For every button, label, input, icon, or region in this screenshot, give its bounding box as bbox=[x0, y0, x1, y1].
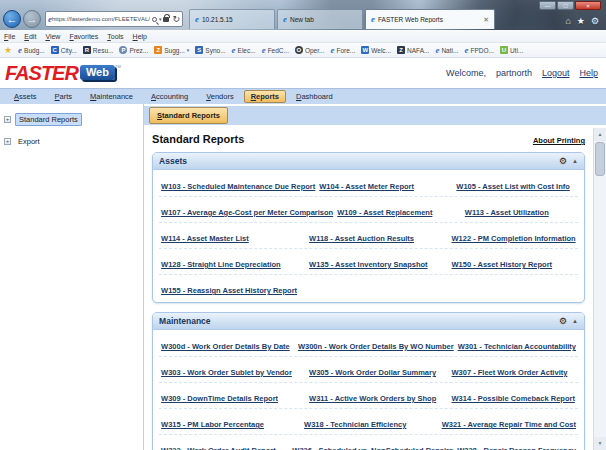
menu-item-edit[interactable]: Edit bbox=[24, 33, 36, 40]
report-link[interactable]: W326 - Scheduled vs. NonScheduled Repair… bbox=[292, 446, 453, 450]
favorite-item[interactable]: CCity... bbox=[51, 46, 77, 54]
about-printing-link[interactable]: About Printing bbox=[533, 136, 585, 145]
report-link[interactable]: W303 - Work Order Sublet by Vendor bbox=[161, 368, 292, 377]
report-link[interactable]: W322 - Work Order Audit Report bbox=[161, 446, 276, 450]
menu-item-favorites[interactable]: Favorites bbox=[69, 33, 98, 40]
report-link[interactable]: W107 - Average Age-Cost per Meter Compar… bbox=[161, 208, 333, 217]
nav-item-assets[interactable]: Assets bbox=[6, 90, 45, 103]
favorite-label: City... bbox=[61, 47, 77, 54]
report-link[interactable]: W122 - PM Completion Information bbox=[452, 234, 576, 243]
add-favorite-star-icon[interactable]: ★ bbox=[4, 45, 12, 55]
url-text[interactable]: https://fasterdemo.com/FLEETEVAL/Domains… bbox=[52, 16, 150, 22]
scroll-thumb[interactable] bbox=[595, 142, 605, 176]
back-button[interactable]: ← bbox=[3, 10, 21, 28]
report-link[interactable]: W135 - Asset Inventory Snapshot bbox=[309, 260, 428, 269]
search-icon[interactable] bbox=[152, 17, 157, 22]
report-link[interactable]: W104 - Asset Meter Report bbox=[319, 182, 414, 191]
report-link[interactable]: W305 - Work Order Dollar Summary bbox=[309, 368, 436, 377]
tree-expand-icon[interactable]: + bbox=[4, 116, 11, 123]
tab-standard-reports[interactable]: Standard Reports bbox=[149, 107, 228, 124]
report-link[interactable]: W309 - DownTime Details Report bbox=[161, 394, 278, 403]
favorite-item[interactable]: eFPDO... bbox=[464, 46, 493, 55]
report-link[interactable]: W114 - Asset Master List bbox=[161, 234, 249, 243]
favorite-item[interactable]: eFore... bbox=[330, 46, 355, 55]
browser-tab[interactable]: e10.21.5.15 bbox=[189, 9, 275, 29]
scroll-up-icon[interactable]: ▲ bbox=[594, 128, 606, 141]
report-link[interactable]: W103 - Scheduled Maintenance Due Report bbox=[161, 182, 315, 191]
url-dropdown-icon[interactable]: ▾ bbox=[159, 16, 162, 22]
report-link[interactable]: W311 - Active Work Orders by Shop bbox=[309, 394, 436, 403]
collapse-arrow-icon[interactable]: ▲ bbox=[572, 158, 578, 164]
nav-item-vendors[interactable]: Vendors bbox=[198, 90, 242, 103]
report-link[interactable]: W321 - Average Repair Time and Cost bbox=[442, 420, 576, 429]
report-link[interactable]: W105 - Asset List with Cost Info bbox=[456, 182, 569, 191]
favorite-item[interactable]: UUtl... bbox=[500, 46, 523, 54]
nav-item-parts[interactable]: Parts bbox=[47, 90, 81, 103]
menu-item-help[interactable]: Help bbox=[133, 33, 147, 40]
site-favicon: C bbox=[51, 46, 59, 54]
favorite-item[interactable]: eNati... bbox=[435, 46, 458, 55]
vertical-scrollbar[interactable]: ▲ ▼ bbox=[593, 128, 606, 450]
chevron-down-icon[interactable]: ▾ bbox=[187, 47, 190, 53]
nav-item-reports[interactable]: Reports bbox=[244, 90, 286, 103]
settings-gear-icon[interactable]: ⚙ bbox=[591, 16, 599, 26]
panel-gear-icon[interactable]: ⚙ bbox=[559, 316, 567, 326]
browser-tab[interactable]: eFASTER Web Reports✕ bbox=[365, 9, 495, 29]
nav-item-dashboard[interactable]: Dashboard bbox=[288, 90, 341, 103]
scroll-down-icon[interactable]: ▼ bbox=[594, 437, 606, 450]
tree-expand-icon[interactable]: + bbox=[4, 138, 11, 145]
report-link[interactable]: W128 - Straight Line Depreciation bbox=[161, 260, 281, 269]
favorite-label: Elec... bbox=[238, 47, 256, 54]
favorite-item[interactable]: ZSugg...▾ bbox=[154, 46, 189, 54]
report-link[interactable]: W150 - Asset History Report bbox=[452, 260, 553, 269]
address-bar[interactable]: e https://fasterdemo.com/FLEETEVAL/Domai… bbox=[45, 11, 183, 27]
favorite-item[interactable]: eFedC... bbox=[262, 46, 289, 55]
report-link[interactable]: W300d - Work Order Details By Date bbox=[161, 342, 290, 351]
menu-item-view[interactable]: View bbox=[45, 33, 60, 40]
report-link-cell: W326 - Scheduled vs. NonScheduled Repair… bbox=[290, 435, 455, 450]
refresh-icon[interactable]: ↻ bbox=[172, 14, 180, 24]
site-favicon: S bbox=[195, 46, 203, 54]
nav-item-maintenance[interactable]: Maintenance bbox=[82, 90, 141, 103]
minimize-button[interactable]: — bbox=[539, 1, 556, 10]
report-link[interactable]: W118 - Asset Auction Results bbox=[309, 234, 414, 243]
help-link[interactable]: Help bbox=[579, 68, 598, 78]
report-link[interactable]: W315 - PM Labor Percentage bbox=[161, 420, 264, 429]
favorite-item[interactable]: SSyno... bbox=[195, 46, 225, 54]
panel-gear-icon[interactable]: ⚙ bbox=[559, 156, 567, 166]
browser-tab[interactable]: eNew tab bbox=[277, 9, 363, 29]
report-link[interactable]: W318 - Technician Efficiency bbox=[304, 420, 406, 429]
menu-item-file[interactable]: File bbox=[4, 33, 15, 40]
favorite-item[interactable]: eBudg... bbox=[18, 46, 45, 55]
report-link-row: W128 - Straight Line DepreciationW135 - … bbox=[159, 249, 578, 275]
forward-button[interactable]: → bbox=[23, 10, 41, 28]
report-link[interactable]: W113 - Asset Utilization bbox=[465, 208, 549, 217]
maximize-button[interactable]: □ bbox=[557, 1, 574, 10]
favorite-item[interactable]: eElec... bbox=[232, 46, 256, 55]
report-link[interactable]: W301 - Technician Accountability bbox=[458, 342, 576, 351]
favorite-item[interactable]: WWelc... bbox=[361, 46, 391, 54]
favorite-item[interactable]: RResu... bbox=[83, 46, 114, 54]
report-link[interactable]: W109 - Asset Replacement bbox=[337, 208, 432, 217]
favorite-item[interactable]: OOper... bbox=[295, 46, 325, 54]
ie-page-icon: e bbox=[195, 15, 199, 24]
menu-item-tools[interactable]: Tools bbox=[107, 33, 123, 40]
favorites-star-icon[interactable]: ★ bbox=[577, 16, 585, 26]
report-link[interactable]: W155 - Reassign Asset History Report bbox=[161, 286, 297, 295]
favorite-label: NAFA... bbox=[407, 47, 429, 54]
report-link[interactable]: W307 - Fleet Work Order Activity bbox=[452, 368, 568, 377]
home-icon[interactable]: ⌂ bbox=[565, 16, 570, 26]
report-link[interactable]: W314 - Possible Comeback Report bbox=[452, 394, 575, 403]
nav-item-accounting[interactable]: Accounting bbox=[143, 90, 196, 103]
collapse-arrow-icon[interactable]: ▲ bbox=[572, 318, 578, 324]
logout-link[interactable]: Logout bbox=[542, 68, 570, 78]
report-link[interactable]: W300n - Work Order Details By WO Number bbox=[298, 342, 454, 351]
favorite-item[interactable]: PPrez... bbox=[119, 46, 148, 54]
close-button[interactable]: × bbox=[575, 1, 601, 10]
tab-close-icon[interactable]: ✕ bbox=[483, 16, 489, 24]
sidebar-item-export[interactable]: +Export bbox=[0, 134, 143, 149]
report-link[interactable]: W328 - Repair Reason Frequency bbox=[457, 446, 576, 450]
ie-favicon: e bbox=[18, 46, 22, 55]
favorite-item[interactable]: ZNAFA... bbox=[397, 46, 429, 54]
sidebar-item-standard-reports[interactable]: +Standard Reports bbox=[0, 111, 143, 128]
